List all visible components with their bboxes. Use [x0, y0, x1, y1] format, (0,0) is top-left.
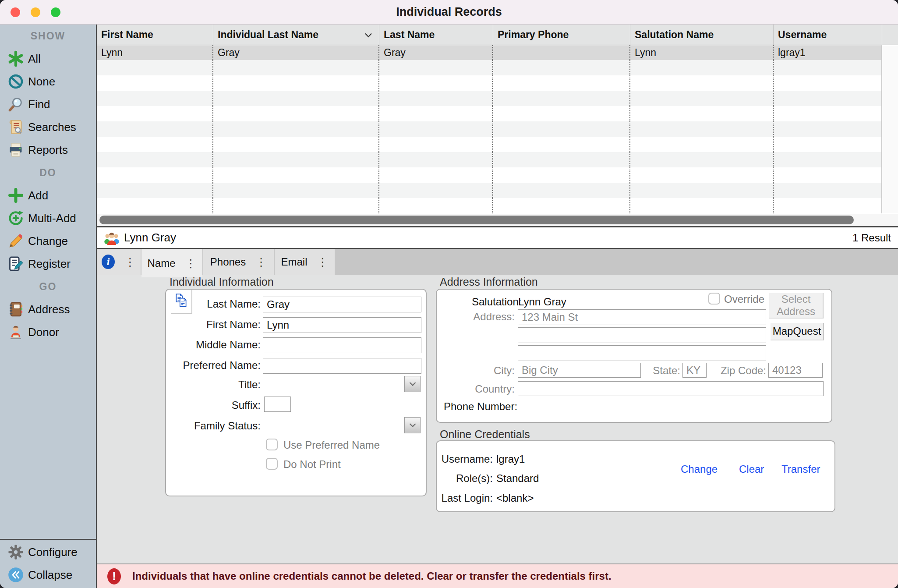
magnifier-icon: [6, 96, 25, 113]
pencil-icon: [6, 233, 25, 249]
table-header-row: First Name Individual Last Name Last Nam…: [97, 25, 898, 45]
cell-last-name[interactable]: Gray: [379, 45, 493, 60]
column-header-username[interactable]: Username: [774, 25, 882, 45]
window-title: Individual Records: [0, 0, 898, 24]
sidebar-item-add[interactable]: Add: [0, 184, 96, 207]
info-icon: i: [102, 255, 115, 269]
sidebar-item-label: Donor: [28, 326, 59, 339]
transfer-credentials-link[interactable]: Transfer: [781, 463, 820, 475]
preferred-name-label: Preferred Name:: [166, 359, 261, 372]
last-name-input[interactable]: [263, 297, 421, 312]
tab-phones[interactable]: Phones ⋮: [203, 249, 274, 275]
sidebar-item-searches[interactable]: Searches: [0, 116, 96, 138]
table-row-selected[interactable]: Lynn Gray Gray Lynn lgray1: [97, 45, 898, 60]
scroll-search-icon: [6, 119, 25, 135]
tab-menu-icon[interactable]: ⋮: [185, 258, 197, 269]
sidebar-item-change[interactable]: Change: [0, 230, 96, 252]
sidebar-item-all[interactable]: All: [0, 47, 96, 70]
printer-icon: [6, 142, 25, 158]
sort-chevron-icon: [364, 25, 373, 45]
middle-name-input[interactable]: [263, 337, 421, 353]
column-header-primary-phone[interactable]: Primary Phone: [493, 25, 630, 45]
tab-menu-icon[interactable]: ⋮: [124, 256, 136, 268]
sidebar-section-show: SHOW: [0, 25, 96, 47]
sidebar: SHOW All None Find Searches: [0, 25, 97, 588]
vertical-scrollbar-track[interactable]: [882, 45, 898, 60]
use-preferred-name-checkbox[interactable]: [266, 439, 278, 450]
sidebar-item-configure[interactable]: Configure: [0, 541, 96, 563]
sidebar-item-label: Find: [28, 98, 50, 111]
address-line1-input[interactable]: [518, 309, 766, 325]
horizontal-scrollbar-thumb[interactable]: [99, 216, 854, 224]
sidebar-item-collapse[interactable]: Collapse: [0, 563, 96, 586]
suffix-input[interactable]: [264, 397, 291, 412]
country-label: Country:: [437, 383, 515, 395]
clear-credentials-link[interactable]: Clear: [739, 463, 764, 475]
cell-individual-last-name[interactable]: Gray: [213, 45, 379, 60]
online-credentials-title: Online Credentials: [440, 428, 530, 441]
table-row-empty: [97, 198, 898, 213]
sidebar-item-none[interactable]: None: [0, 70, 96, 93]
tab-menu-icon[interactable]: ⋮: [255, 256, 267, 268]
column-header-last-name[interactable]: Last Name: [379, 25, 493, 45]
change-credentials-link[interactable]: Change: [681, 463, 718, 475]
suffix-label: Suffix:: [166, 399, 261, 411]
sidebar-item-multi-add[interactable]: Multi-Add: [0, 207, 96, 230]
sidebar-item-address[interactable]: Address: [0, 298, 96, 321]
cell-primary-phone[interactable]: [493, 45, 630, 60]
tab-email[interactable]: Email ⋮: [275, 249, 335, 275]
tab-name[interactable]: Name ⋮: [141, 249, 202, 277]
override-checkbox[interactable]: [708, 293, 720, 305]
record-header: Lynn Gray 1 Result: [97, 227, 898, 249]
middle-name-label: Middle Name:: [166, 339, 261, 351]
tab-info[interactable]: i ⋮: [97, 249, 141, 275]
plus-icon: [6, 187, 25, 204]
table-row-empty: [97, 167, 898, 183]
sidebar-item-donor[interactable]: Donor: [0, 321, 96, 344]
sidebar-item-register[interactable]: Register: [0, 252, 96, 275]
address-label: Address:: [437, 311, 515, 323]
zip-code-input[interactable]: [768, 363, 823, 378]
sidebar-item-label: Address: [28, 303, 70, 316]
chevron-down-icon: [409, 380, 417, 388]
table-row-empty: [97, 121, 898, 137]
table-row-empty: [97, 152, 898, 167]
table-row-empty: [97, 137, 898, 152]
address-line2-input[interactable]: [518, 327, 766, 343]
register-icon: [6, 255, 25, 272]
first-name-input[interactable]: [263, 317, 421, 333]
sidebar-item-label: None: [28, 75, 55, 89]
do-not-print-checkbox[interactable]: [266, 458, 278, 470]
sidebar-item-find[interactable]: Find: [0, 93, 96, 116]
table-row-empty: [97, 60, 898, 75]
column-header-salutation-name[interactable]: Salutation Name: [630, 25, 774, 45]
alert-message: Individuals that have online credentials…: [132, 570, 612, 582]
address-line3-input[interactable]: [518, 345, 766, 361]
cell-salutation-name[interactable]: Lynn: [630, 45, 774, 60]
individual-information-title: Individual Information: [170, 276, 274, 288]
table-header-gutter: [882, 25, 898, 45]
title-dropdown-button[interactable]: [404, 376, 421, 392]
sidebar-item-label: Register: [28, 257, 71, 271]
state-label: State:: [638, 365, 680, 377]
tab-menu-icon[interactable]: ⋮: [317, 256, 329, 268]
sidebar-item-label: Add: [28, 189, 48, 202]
preferred-name-input[interactable]: [263, 358, 421, 374]
country-input[interactable]: [518, 381, 824, 396]
select-address-button[interactable]: Select Address: [769, 293, 824, 319]
mapquest-button[interactable]: MapQuest: [771, 323, 824, 340]
cell-first-name[interactable]: Lynn: [97, 45, 213, 60]
column-header-first-name[interactable]: First Name: [97, 25, 213, 45]
do-not-print-label: Do Not Print: [283, 458, 341, 471]
horizontal-scrollbar-track[interactable]: [97, 214, 898, 227]
column-header-individual-last-name[interactable]: Individual Last Name: [213, 25, 379, 45]
username-label: Username:: [437, 453, 493, 465]
gear-icon: [6, 544, 25, 560]
city-input[interactable]: [518, 363, 641, 378]
cell-username[interactable]: lgray1: [774, 45, 882, 60]
family-status-dropdown-button[interactable]: [404, 417, 421, 433]
sidebar-item-reports[interactable]: Reports: [0, 138, 96, 161]
sidebar-item-label: Change: [28, 234, 68, 248]
title-label: Title:: [166, 379, 261, 391]
sidebar-item-label: Configure: [28, 545, 78, 559]
